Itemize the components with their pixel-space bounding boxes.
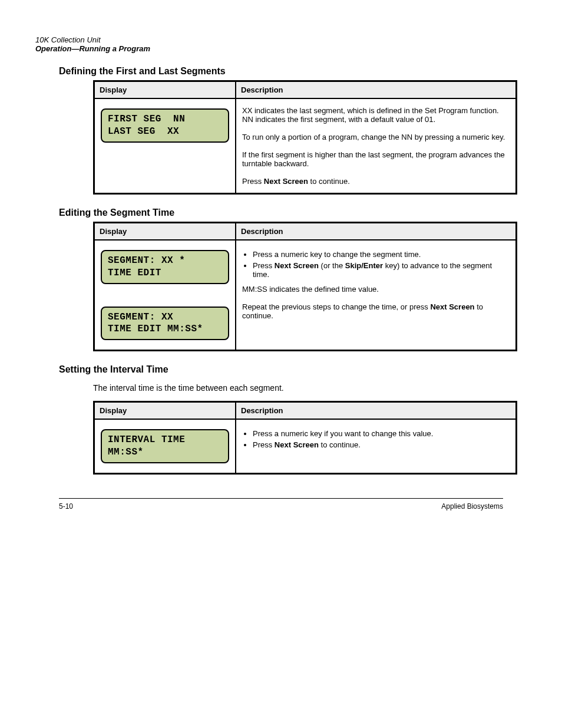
- table-header-display: Display: [94, 81, 236, 98]
- instruction-table: DisplayDescriptionFIRST SEG NN LAST SEG …: [93, 80, 517, 195]
- page-footer: 5-10 Applied Biosystems: [59, 502, 503, 510]
- instruction-table: DisplayDescriptionINTERVAL TIME MM:SS*Pr…: [93, 401, 517, 475]
- footer-divider: [59, 498, 503, 499]
- description-cell: Press a numeric key if you want to chang…: [236, 419, 516, 473]
- table-header-description: Description: [236, 402, 516, 419]
- chapter-title: 10K Collection Unit: [35, 35, 101, 44]
- section-caption: The interval time is the time between ea…: [93, 383, 503, 393]
- table-header-display: Display: [94, 402, 236, 419]
- display-cell: SEGMENT: XX * TIME EDITSEGMENT: XX TIME …: [94, 240, 236, 350]
- company-name: Applied Biosystems: [441, 502, 503, 510]
- description-cell: Press a numeric key to change the segmen…: [236, 240, 516, 350]
- section-subtitle: Operation—Running a Program: [35, 44, 150, 53]
- lcd-screen: SEGMENT: XX TIME EDIT MM:SS*: [101, 307, 229, 341]
- display-cell: FIRST SEG NN LAST SEG XX: [94, 98, 236, 193]
- description-cell: XX indicates the last segment, which is …: [236, 98, 516, 193]
- display-cell: INTERVAL TIME MM:SS*: [94, 419, 236, 473]
- instruction-table: DisplayDescriptionSEGMENT: XX * TIME EDI…: [93, 222, 517, 351]
- lcd-screen: SEGMENT: XX * TIME EDIT: [101, 250, 229, 284]
- lcd-screen: FIRST SEG NN LAST SEG XX: [101, 108, 229, 143]
- section-heading: Setting the Interval Time: [59, 364, 503, 375]
- section-heading: Editing the Segment Time: [59, 207, 503, 218]
- table-header-description: Description: [236, 81, 516, 98]
- table-header-display: Display: [94, 223, 236, 240]
- lcd-screen: INTERVAL TIME MM:SS*: [101, 429, 229, 463]
- section-heading: Defining the First and Last Segments: [59, 66, 503, 77]
- table-header-description: Description: [236, 223, 516, 240]
- page-header: 10K Collection Unit Operation—Running a …: [35, 35, 503, 53]
- page-number: 5-10: [59, 502, 73, 510]
